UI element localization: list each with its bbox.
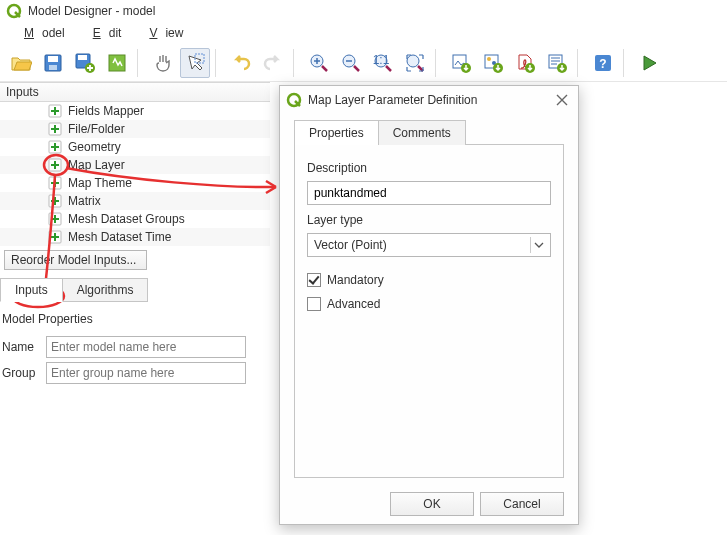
svg-rect-2 [48, 56, 58, 62]
toolbar-separator [623, 49, 629, 77]
tree-item[interactable]: Geometry [0, 138, 270, 156]
tab-inputs[interactable]: Inputs [0, 278, 63, 302]
help-button[interactable]: ? [588, 48, 618, 78]
tree-item-label: Fields Mapper [68, 104, 144, 118]
toolbar: 1:1 ? [0, 44, 727, 82]
group-label: Group [2, 366, 40, 380]
pan-button[interactable] [148, 48, 178, 78]
window-titlebar: Model Designer - model [0, 0, 727, 22]
zoom-out-button[interactable] [336, 48, 366, 78]
plus-icon [48, 176, 62, 190]
toolbar-separator [137, 49, 143, 77]
redo-button[interactable] [258, 48, 288, 78]
svg-text:?: ? [599, 57, 606, 71]
tree-item[interactable]: Fields Mapper [0, 102, 270, 120]
dialog-title: Map Layer Parameter Definition [308, 93, 546, 107]
svg-rect-5 [78, 55, 87, 60]
dialog-titlebar: Map Layer Parameter Definition [280, 86, 578, 114]
toolbar-separator [435, 49, 441, 77]
export-script-button[interactable] [542, 48, 572, 78]
tree-item-label: File/Folder [68, 122, 125, 136]
tab-properties[interactable]: Properties [294, 120, 379, 145]
left-tabbar: Inputs Algorithms [0, 278, 270, 302]
plus-icon [48, 122, 62, 136]
qgis-icon [286, 92, 302, 108]
plus-icon [48, 212, 62, 226]
description-label: Description [307, 161, 551, 175]
menubar: Model Edit View [0, 22, 727, 44]
plus-icon [48, 230, 62, 244]
layertype-label: Layer type [307, 213, 551, 227]
export-svg-button[interactable] [478, 48, 508, 78]
left-panel: Inputs Fields Mapper File/Folder Geometr… [0, 82, 270, 388]
menu-model[interactable]: Model [8, 24, 73, 42]
name-label: Name [2, 340, 40, 354]
tree-item-label: Geometry [68, 140, 121, 154]
inputs-tree: Fields Mapper File/Folder Geometry Map L… [0, 102, 270, 246]
plus-icon [48, 104, 62, 118]
toolbar-separator [577, 49, 583, 77]
tree-item-label: Matrix [68, 194, 101, 208]
inputs-panel-header: Inputs [0, 82, 270, 102]
svg-text:1:1: 1:1 [373, 53, 390, 67]
plus-icon [48, 194, 62, 208]
tree-item-label: Map Theme [68, 176, 132, 190]
tree-item-map-layer[interactable]: Map Layer [0, 156, 270, 174]
properties-pane: Description Layer type Vector (Point) Ma… [294, 144, 564, 478]
cancel-button[interactable]: Cancel [480, 492, 564, 516]
tree-item[interactable]: Mesh Dataset Time [0, 228, 270, 246]
dialog-tabbar: Properties Comments [294, 120, 564, 145]
reorder-inputs-button[interactable]: Reorder Model Inputs... [4, 250, 147, 270]
save-button[interactable] [38, 48, 68, 78]
close-icon[interactable] [552, 90, 572, 110]
layertype-value: Vector (Point) [314, 238, 387, 252]
zoom-in-button[interactable] [304, 48, 334, 78]
undo-button[interactable] [226, 48, 256, 78]
qgis-icon [6, 3, 22, 19]
tree-item[interactable]: Map Theme [0, 174, 270, 192]
zoom-full-button[interactable] [400, 48, 430, 78]
tree-item-label: Mesh Dataset Time [68, 230, 171, 244]
ok-button[interactable]: OK [390, 492, 474, 516]
tree-item-label: Map Layer [68, 158, 125, 172]
mandatory-label: Mandatory [327, 273, 384, 287]
svg-point-17 [487, 57, 491, 61]
svg-rect-3 [49, 65, 57, 70]
parameter-dialog: Map Layer Parameter Definition Propertie… [279, 85, 579, 525]
tree-item[interactable]: Matrix [0, 192, 270, 210]
export-pdf-button[interactable] [510, 48, 540, 78]
model-properties-header: Model Properties [0, 310, 270, 332]
advanced-label: Advanced [327, 297, 380, 311]
tree-item[interactable]: Mesh Dataset Groups [0, 210, 270, 228]
tree-item[interactable]: File/Folder [0, 120, 270, 138]
menu-edit[interactable]: Edit [77, 24, 130, 42]
advanced-checkbox[interactable] [307, 297, 321, 311]
description-input[interactable] [307, 181, 551, 205]
select-button[interactable] [180, 48, 210, 78]
model-group-input[interactable] [46, 362, 246, 384]
save-as-button[interactable] [70, 48, 100, 78]
mandatory-checkbox[interactable] [307, 273, 321, 287]
zoom-reset-button[interactable]: 1:1 [368, 48, 398, 78]
chevron-down-icon [530, 237, 546, 253]
export-image-button[interactable] [446, 48, 476, 78]
svg-point-13 [407, 55, 419, 67]
layertype-select[interactable]: Vector (Point) [307, 233, 551, 257]
save-model-button[interactable] [102, 48, 132, 78]
toolbar-separator [215, 49, 221, 77]
plus-icon [48, 158, 62, 172]
model-name-input[interactable] [46, 336, 246, 358]
plus-icon [48, 140, 62, 154]
menu-view[interactable]: View [133, 24, 191, 42]
run-button[interactable] [634, 48, 664, 78]
tab-algorithms[interactable]: Algorithms [62, 278, 149, 302]
tree-item-label: Mesh Dataset Groups [68, 212, 185, 226]
toolbar-separator [293, 49, 299, 77]
open-button[interactable] [6, 48, 36, 78]
tab-comments[interactable]: Comments [378, 120, 466, 145]
window-title: Model Designer - model [28, 4, 155, 18]
